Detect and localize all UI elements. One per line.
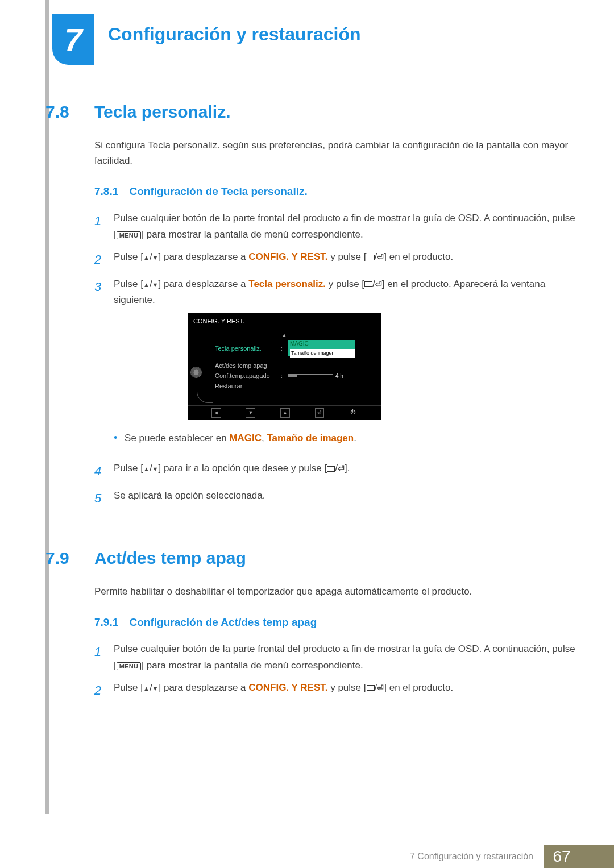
- footer-color-tail: [580, 845, 614, 868]
- step-text: Pulse cualquier botón de la parte fronta…: [114, 210, 580, 243]
- step-text: Se aplicará la opción seleccionada.: [114, 488, 580, 509]
- osd-nav-down-icon: ▼: [246, 408, 255, 418]
- osd-colon: :: [281, 343, 284, 354]
- osd-colon: :: [281, 371, 284, 381]
- step-5: 5 Se aplicará la opción seleccionada.: [94, 488, 580, 509]
- step-text: Pulse [/] para desplazarse a CONFIG. Y R…: [114, 680, 580, 701]
- section-number: 7.8: [45, 102, 81, 122]
- subsection-7-8-1-heading: 7.8.1 Configuración de Tecla personaliz.: [94, 185, 580, 198]
- subsection-number: 7.8.1: [94, 185, 118, 197]
- page-number: 67: [544, 845, 580, 868]
- enter-icon: [338, 463, 345, 474]
- osd-item-label: Tecla personaliz.: [215, 343, 277, 354]
- step-number: 2: [94, 249, 106, 270]
- subsection-title: Configuración de Act/des temp apag: [130, 616, 317, 628]
- osd-menu: Tecla personaliz. : MAGIC Tamaño de imag…: [205, 341, 381, 404]
- osd-body: Tecla personaliz. : MAGIC Tamaño de imag…: [188, 341, 381, 404]
- menu-key-icon: MENU: [117, 662, 142, 670]
- menu-key-icon: MENU: [117, 231, 142, 239]
- bullet-note: • Se puede establecer en MAGIC, Tamaño d…: [114, 429, 580, 447]
- osd-slider: 4 h: [288, 371, 343, 381]
- osd-power-icon: ⏻: [349, 408, 357, 418]
- step-number: 2: [94, 680, 106, 701]
- osd-title: CONFIG. Y REST.: [188, 313, 381, 329]
- section-number: 7.9: [45, 549, 81, 568]
- section-7-8-heading: 7.8 Tecla personaliz.: [45, 102, 580, 122]
- triangle-up-icon: [143, 251, 150, 262]
- osd-slider-track: [288, 374, 333, 377]
- section-title: Tecla personaliz.: [94, 102, 231, 122]
- enter-icon: [377, 682, 384, 693]
- bullet-dot-icon: •: [114, 432, 117, 443]
- osd-option-magic: MAGIC: [290, 339, 355, 348]
- page-content: 7.8 Tecla personaliz. Si configura Tecla…: [45, 102, 580, 707]
- step-1: 1 Pulse cualquier botón de la parte fron…: [94, 641, 580, 674]
- osd-item-label: Conf.temp.apagado: [215, 371, 277, 381]
- section-7-8-intro: Si configura Tecla personaliz. según sus…: [94, 138, 580, 168]
- tecla-personaliz-label: Tecla personaliz.: [248, 279, 326, 289]
- triangle-up-icon: [143, 463, 150, 474]
- subsection-number: 7.9.1: [94, 616, 118, 628]
- section-title: Act/des temp apag: [94, 549, 246, 568]
- subsection-7-9-1-heading: 7.9.1 Configuración de Act/des temp apag: [94, 616, 580, 629]
- step-number: 3: [94, 276, 106, 455]
- rect-icon: [367, 255, 375, 260]
- osd-nav-up-icon: ▲: [280, 408, 290, 418]
- osd-value-dropdown: MAGIC Tamaño de imagen: [288, 340, 355, 356]
- osd-slider-fill: [288, 375, 297, 377]
- enter-icon: [377, 251, 384, 262]
- footer-chapter-label: 7 Configuración y restauración: [0, 845, 544, 868]
- chapter-title: Configuración y restauración: [108, 24, 361, 45]
- step-number: 1: [94, 210, 106, 243]
- rect-icon: [367, 685, 375, 691]
- step-text: Pulse [/] para ir a la opción que desee …: [114, 460, 580, 481]
- steps-7-9-1: 1 Pulse cualquier botón de la parte fron…: [94, 641, 580, 701]
- step-1: 1 Pulse cualquier botón de la parte fron…: [94, 210, 580, 243]
- step-text: Pulse [/] para desplazarse a CONFIG. Y R…: [114, 249, 580, 270]
- triangle-up-icon: [143, 279, 150, 289]
- tamano-label: Tamaño de imagen: [267, 433, 354, 443]
- steps-7-8-1: 1 Pulse cualquier botón de la parte fron…: [94, 210, 580, 509]
- magic-label: MAGIC: [229, 433, 262, 443]
- osd-item-label: Act/des temp apag: [215, 360, 277, 371]
- osd-nav-back-icon: ◄: [211, 408, 221, 418]
- triangle-down-icon: [152, 251, 159, 262]
- step-text: Pulse cualquier botón de la parte fronta…: [114, 641, 580, 674]
- step-number: 4: [94, 460, 106, 481]
- osd-row-actdes: Act/des temp apag: [215, 360, 376, 371]
- osd-slider-value: 4 h: [335, 371, 343, 381]
- osd-screenshot: CONFIG. Y REST. ▲ Tecla personaliz. :: [188, 313, 381, 420]
- triangle-down-icon: [152, 463, 159, 474]
- osd-row-restaurar: Restaurar: [215, 381, 376, 391]
- config-rest-label: CONFIG. Y REST.: [248, 251, 327, 262]
- triangle-up-icon: [143, 682, 150, 693]
- step-text: Pulse [/] para desplazarse a Tecla perso…: [114, 276, 580, 455]
- osd-row-conftemp: Conf.temp.apagado : 4 h: [215, 371, 376, 381]
- page-footer: 7 Configuración y restauración 67: [0, 845, 614, 868]
- step-3: 3 Pulse [/] para desplazarse a Tecla per…: [94, 276, 580, 455]
- osd-item-label: Restaurar: [215, 381, 277, 392]
- step-number: 5: [94, 488, 106, 509]
- step-number: 1: [94, 641, 106, 674]
- step-2: 2 Pulse [/] para desplazarse a CONFIG. Y…: [94, 249, 580, 270]
- rect-icon: [364, 281, 372, 287]
- triangle-down-icon: [152, 279, 159, 289]
- subsection-title: Configuración de Tecla personaliz.: [130, 185, 308, 197]
- section-7-9-intro: Permite habilitar o deshabilitar el temp…: [94, 584, 580, 599]
- triangle-down-icon: [152, 682, 159, 693]
- config-rest-label: CONFIG. Y REST.: [248, 682, 327, 693]
- step-4: 4 Pulse [/] para ir a la opción que dese…: [94, 460, 580, 481]
- osd-option-tamano: Tamaño de imagen: [290, 349, 355, 358]
- enter-icon: [375, 279, 382, 289]
- osd-curve-decoration: [197, 340, 213, 403]
- osd-row-tecla: Tecla personaliz. : MAGIC Tamaño de imag…: [215, 343, 376, 354]
- rect-icon: [327, 466, 335, 472]
- chapter-number-badge: 7: [52, 14, 94, 65]
- osd-footer-icons: ◄ ▼ ▲ ⏎ ⏻: [188, 405, 381, 418]
- osd-nav-enter-icon: ⏎: [315, 408, 324, 418]
- chapter-number: 7: [64, 21, 82, 58]
- section-7-9-heading: 7.9 Act/des temp apag: [45, 549, 580, 568]
- step-2: 2 Pulse [/] para desplazarse a CONFIG. Y…: [94, 680, 580, 701]
